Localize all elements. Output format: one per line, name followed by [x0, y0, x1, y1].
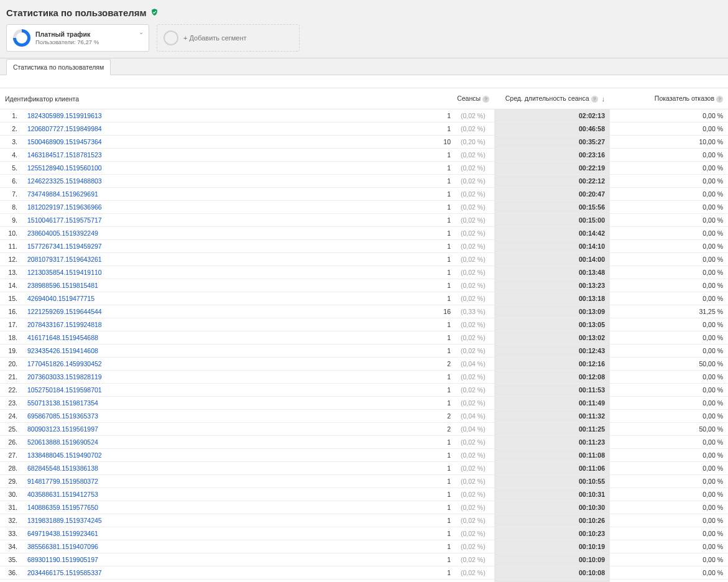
sessions-value: 1 [418, 501, 456, 514]
help-icon[interactable]: ? [591, 96, 598, 103]
sessions-value: 1 [418, 371, 456, 384]
client-link[interactable]: 2073603033.1519828119 [27, 373, 102, 381]
client-link[interactable]: 1255128940.1519560100 [27, 164, 102, 172]
sessions-value: 1 [418, 266, 456, 279]
client-link[interactable]: 1510046177.1519575717 [27, 216, 102, 224]
table-row: 28.682845548.15193861381(0,02 %)00:11:06… [0, 462, 728, 475]
row-index: 32. [0, 514, 22, 527]
client-id: 1255128940.1519560100 [22, 162, 418, 175]
client-link[interactable]: 923435426.1519414608 [27, 347, 98, 354]
duration-value: 00:13:09 [494, 305, 610, 318]
row-index: 14. [0, 279, 22, 292]
sort-down-icon: ↓ [602, 95, 606, 103]
client-link[interactable]: 1221259269.1519644544 [27, 308, 102, 315]
client-link[interactable]: 550713138.1519817354 [27, 399, 98, 407]
client-id: 140886359.1519577650 [22, 501, 418, 514]
chevron-down-icon: ⌄ [139, 29, 144, 35]
client-link[interactable]: 403588631.1519412753 [27, 491, 98, 498]
client-link[interactable]: 1246223325.1519488803 [27, 177, 102, 185]
col-sessions[interactable]: Сеансы? [418, 88, 494, 109]
sessions-value: 1 [418, 553, 456, 566]
client-id: 520613888.1519690524 [22, 436, 418, 449]
client-link[interactable]: 1577267341.1519459297 [27, 242, 102, 250]
sessions-pct: (0,02 %) [456, 449, 494, 462]
row-index: 29. [0, 475, 22, 488]
bounce-value: 0,00 % [610, 436, 728, 449]
client-id: 1920815614.1519844600 [22, 580, 418, 582]
client-link[interactable]: 1770451826.1459930452 [27, 360, 102, 367]
client-link[interactable]: 2034466175.1519585337 [27, 569, 102, 576]
sessions-value: 1 [418, 436, 456, 449]
sessions-pct: (0,02 %) [456, 475, 494, 488]
table-row: 6.1246223325.15194888031(0,02 %)00:22:12… [0, 175, 728, 188]
client-id: 2073603033.1519828119 [22, 371, 418, 384]
client-link[interactable]: 520613888.1519690524 [27, 438, 98, 446]
bounce-value: 0,00 % [610, 527, 728, 540]
bounce-value: 0,00 % [610, 266, 728, 279]
sessions-value: 1 [418, 318, 456, 331]
client-link[interactable]: 1206807727.1519849984 [27, 125, 102, 132]
client-link[interactable]: 238604005.1519392249 [27, 229, 98, 237]
client-link[interactable]: 238988596.1519815481 [27, 282, 98, 289]
client-link[interactable]: 682845548.1519386138 [27, 464, 98, 472]
add-segment-chip[interactable]: + Добавить сегмент [157, 24, 300, 52]
duration-value: 00:10:08 [494, 566, 610, 580]
duration-value: 00:12:43 [494, 344, 610, 358]
sessions-value: 2 [418, 423, 456, 436]
client-link[interactable]: 2078433167.1519924818 [27, 321, 102, 328]
client-link[interactable]: 649719438.1519923461 [27, 530, 98, 537]
bounce-value: 0,00 % [610, 279, 728, 292]
client-id: 923435426.1519414608 [22, 344, 418, 358]
table-row: 16.1221259269.151964454416(0,33 %)00:13:… [0, 305, 728, 318]
sessions-value: 2 [418, 410, 456, 423]
client-link[interactable]: 1338488045.1519490702 [27, 451, 102, 459]
client-link[interactable]: 416171648.1519454688 [27, 334, 98, 341]
client-link[interactable]: 140886359.1519577650 [27, 504, 98, 511]
table-row: 1.1824305989.15199196131(0,02 %)02:02:13… [0, 109, 728, 122]
client-link[interactable]: 42694040.1519477715 [27, 295, 94, 302]
bounce-value: 0,00 % [610, 344, 728, 358]
client-id: 1221259269.1519644544 [22, 305, 418, 318]
sessions-value: 1 [418, 188, 456, 201]
sessions-pct: (0,02 %) [456, 266, 494, 279]
col-duration[interactable]: Сред. длительность сеанса?↓ [494, 88, 610, 109]
row-index: 13. [0, 266, 22, 279]
client-link[interactable]: 1500468909.1519457364 [27, 138, 102, 146]
shield-icon [150, 8, 159, 18]
client-link[interactable]: 1824305989.1519919613 [27, 112, 102, 119]
client-link[interactable]: 1319831889.1519374245 [27, 517, 102, 524]
client-id: 550713138.1519817354 [22, 397, 418, 410]
bounce-value: 0,00 % [610, 553, 728, 566]
client-link[interactable]: 914817799.1519580372 [27, 478, 98, 485]
help-icon[interactable]: ? [716, 96, 723, 103]
sessions-pct: (0,02 %) [456, 292, 494, 305]
table-row: 12.2081079317.15196432611(0,02 %)00:14:0… [0, 253, 728, 266]
bounce-value: 0,00 % [610, 462, 728, 475]
row-index: 33. [0, 527, 22, 540]
row-index: 36. [0, 566, 22, 580]
client-link[interactable]: 695867085.1519365373 [27, 412, 98, 420]
client-link[interactable]: 2081079317.1519643261 [27, 256, 102, 263]
client-link[interactable]: 1213035854.1519419110 [27, 269, 102, 276]
tab-user-stats[interactable]: Статистика по пользователям [6, 59, 111, 75]
row-index: 27. [0, 449, 22, 462]
client-link[interactable]: 1812029197.1519636966 [27, 203, 102, 211]
segment-chip-active[interactable]: Платный трафик Пользователи: 76,27 % ⌄ [6, 24, 149, 52]
duration-value: 00:11:23 [494, 436, 610, 449]
sessions-value: 1 [418, 122, 456, 136]
help-icon[interactable]: ? [482, 96, 489, 103]
sessions-value: 1 [418, 527, 456, 540]
client-link[interactable]: 800903123.1519561997 [27, 425, 98, 433]
client-link[interactable]: 734749884.1519629691 [27, 190, 98, 198]
client-id: 689301190.1519905197 [22, 553, 418, 566]
col-client[interactable]: Идентификатор клиента [0, 88, 418, 109]
bounce-value: 0,00 % [610, 122, 728, 136]
sessions-value: 1 [418, 540, 456, 553]
client-link[interactable]: 385566381.1519407096 [27, 543, 98, 550]
client-link[interactable]: 1052750184.1519598701 [27, 386, 102, 394]
client-link[interactable]: 1463184517.1518781523 [27, 151, 102, 159]
duration-value: 00:11:32 [494, 410, 610, 423]
sessions-pct: (0,20 %) [456, 136, 494, 149]
col-bounce[interactable]: Показатель отказов? [610, 88, 728, 109]
client-link[interactable]: 689301190.1519905197 [27, 556, 98, 563]
